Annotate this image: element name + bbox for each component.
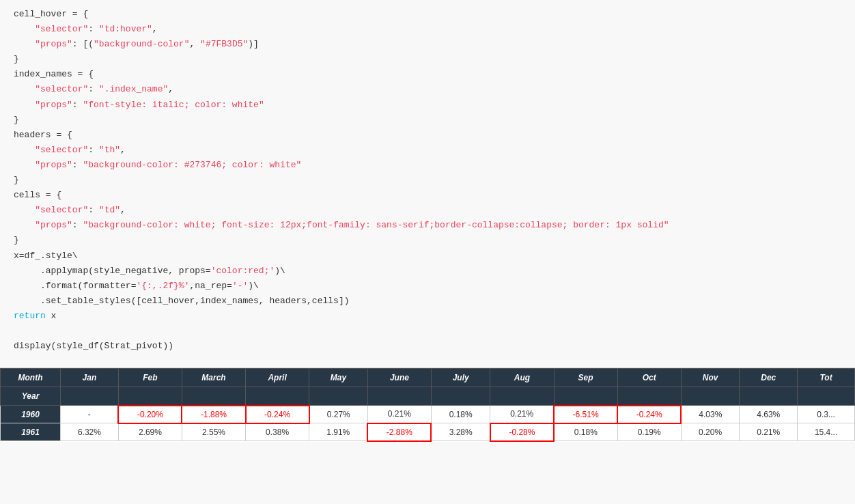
- code-line-14: "selector": "td",: [14, 203, 841, 218]
- data-cell: 4.03%: [681, 406, 740, 423]
- table-row: 19616.32%2.69%2.55%0.38%1.91%-2.88%3.28%…: [1, 423, 855, 441]
- code-line-13: cells = {: [14, 188, 841, 203]
- data-cell: 6.32%: [61, 423, 119, 441]
- th-jan: Jan: [61, 369, 119, 387]
- data-cell: 0.21%: [367, 406, 431, 423]
- th-year-april: [246, 387, 309, 406]
- data-cell: 15.4...: [798, 423, 855, 441]
- code-line-22: [14, 324, 841, 339]
- th-nov: Nov: [681, 369, 740, 387]
- code-line-21: return x: [14, 309, 841, 324]
- th-april: April: [246, 369, 309, 387]
- table-subheader-row: Year: [1, 387, 855, 406]
- year-cell: 1961: [1, 423, 61, 441]
- data-cell: -2.88%: [367, 423, 431, 441]
- th-year-tot: [798, 387, 855, 406]
- data-cell: -1.88%: [182, 406, 245, 423]
- data-cell: 0.19%: [617, 423, 681, 441]
- code-line-12: }: [14, 173, 841, 188]
- data-cell: -6.51%: [554, 406, 617, 423]
- code-line-2: "selector": "td:hover",: [14, 22, 841, 37]
- data-cell: 0.18%: [431, 406, 490, 423]
- data-cell: 0.3...: [798, 406, 855, 423]
- th-year-may: [309, 387, 368, 406]
- th-year-sep: [554, 387, 617, 406]
- data-cell: -0.24%: [246, 406, 309, 423]
- code-line-3: "props": [("background-color", "#7FB3D5"…: [14, 37, 841, 52]
- th-dec: Dec: [740, 369, 798, 387]
- code-line-1: cell_hover = {: [14, 7, 841, 22]
- data-cell: 0.20%: [681, 423, 740, 441]
- th-year-march: [182, 387, 245, 406]
- year-cell: 1960: [1, 406, 61, 423]
- th-feb: Feb: [118, 369, 182, 387]
- code-line-9: headers = {: [14, 128, 841, 143]
- th-march: March: [182, 369, 245, 387]
- table-header-row: Month Jan Feb March April May June July …: [1, 369, 855, 387]
- code-line-19: .format(formatter='{:,.2f}%',na_rep='-')…: [14, 279, 841, 294]
- th-tot: Tot: [798, 369, 855, 387]
- code-line-18: .applymap(style_negative, props='color:r…: [14, 264, 841, 279]
- th-year-aug: [490, 387, 554, 406]
- data-cell: -0.28%: [490, 423, 554, 441]
- data-cell: 4.63%: [740, 406, 798, 423]
- data-table: Month Jan Feb March April May June July …: [0, 368, 855, 442]
- th-year-july: [431, 387, 490, 406]
- data-cell: 0.27%: [309, 406, 368, 423]
- th-year-june: [367, 387, 431, 406]
- table-body: 1960--0.20%-1.88%-0.24%0.27%0.21%0.18%0.…: [1, 406, 855, 441]
- data-cell: 3.28%: [431, 423, 490, 441]
- th-month: Month: [1, 369, 61, 387]
- code-area: cell_hover = { "selector": "td:hover", "…: [0, 0, 855, 367]
- data-cell: 1.91%: [309, 423, 368, 441]
- th-oct: Oct: [617, 369, 681, 387]
- th-june: June: [367, 369, 431, 387]
- code-line-15: "props": "background-color: white; font-…: [14, 218, 841, 233]
- table-area: Month Jan Feb March April May June July …: [0, 367, 855, 442]
- th-year-nov: [681, 387, 740, 406]
- data-cell: -0.20%: [118, 406, 182, 423]
- th-year-oct: [617, 387, 681, 406]
- th-year-jan: [61, 387, 119, 406]
- th-aug: Aug: [490, 369, 554, 387]
- code-line-10: "selector": "th",: [14, 143, 841, 158]
- code-line-5: index_names = {: [14, 67, 841, 82]
- code-line-16: }: [14, 233, 841, 248]
- th-july: July: [431, 369, 490, 387]
- data-cell: 0.18%: [554, 423, 617, 441]
- data-cell: 0.21%: [740, 423, 798, 441]
- th-year: Year: [1, 387, 61, 406]
- code-line-7: "props": "font-style: italic; color: whi…: [14, 98, 841, 113]
- table-row: 1960--0.20%-1.88%-0.24%0.27%0.21%0.18%0.…: [1, 406, 855, 423]
- data-cell: -: [61, 406, 119, 423]
- code-line-4: }: [14, 52, 841, 67]
- code-line-6: "selector": ".index_name",: [14, 82, 841, 97]
- code-line-11: "props": "background-color: #273746; col…: [14, 158, 841, 173]
- code-line-23: display(style_df(Strat_pivot)): [14, 339, 841, 354]
- data-cell: 0.38%: [246, 423, 309, 441]
- data-cell: 2.55%: [182, 423, 245, 441]
- th-may: May: [309, 369, 368, 387]
- th-year-dec: [740, 387, 798, 406]
- code-line-20: .set_table_styles([cell_hover,index_name…: [14, 294, 841, 309]
- code-line-17: x=df_.style\: [14, 249, 841, 264]
- code-line-8: }: [14, 113, 841, 128]
- data-cell: 0.21%: [490, 406, 554, 423]
- data-cell: 2.69%: [118, 423, 182, 441]
- data-cell: -0.24%: [617, 406, 681, 423]
- th-year-feb: [118, 387, 182, 406]
- th-sep: Sep: [554, 369, 617, 387]
